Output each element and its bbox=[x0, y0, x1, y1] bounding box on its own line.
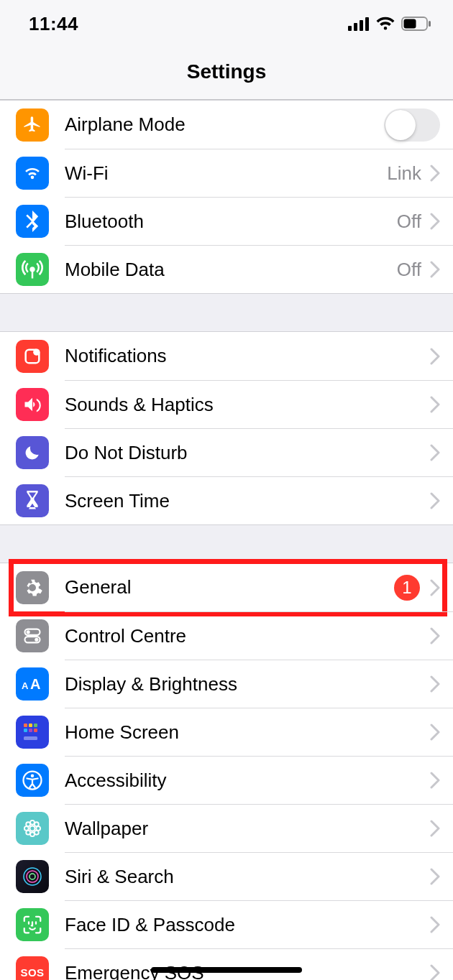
chevron-right-icon bbox=[430, 213, 440, 230]
chevron-right-icon bbox=[430, 627, 440, 644]
row-label: Home Screen bbox=[65, 721, 430, 744]
svg-text:A: A bbox=[30, 676, 40, 692]
row-label: Siri & Search bbox=[65, 866, 430, 888]
chevron-right-icon bbox=[430, 492, 440, 509]
page-title: Settings bbox=[0, 60, 453, 83]
svg-rect-0 bbox=[348, 26, 352, 31]
chevron-right-icon bbox=[430, 261, 440, 278]
row-control-centre[interactable]: Control Centre bbox=[0, 611, 453, 660]
svg-point-10 bbox=[27, 630, 30, 634]
svg-point-12 bbox=[35, 637, 38, 641]
row-home-screen[interactable]: Home Screen bbox=[0, 708, 453, 756]
row-accessibility[interactable]: Accessibility bbox=[0, 756, 453, 804]
battery-icon bbox=[401, 17, 431, 31]
svg-rect-15 bbox=[24, 724, 27, 727]
row-value: Link bbox=[387, 162, 421, 185]
row-label: Airplane Mode bbox=[65, 114, 384, 136]
wifi-icon bbox=[375, 17, 395, 31]
chevron-right-icon bbox=[430, 724, 440, 741]
moon-icon bbox=[16, 436, 49, 469]
row-label: Control Centre bbox=[65, 625, 430, 647]
hourglass-icon bbox=[16, 484, 49, 517]
notification-badge: 1 bbox=[394, 575, 420, 601]
svg-rect-20 bbox=[34, 729, 37, 732]
chevron-right-icon bbox=[430, 396, 440, 413]
row-label: Sounds & Haptics bbox=[65, 394, 430, 416]
row-face-id[interactable]: Face ID & Passcode bbox=[0, 900, 453, 948]
speaker-icon bbox=[16, 388, 49, 421]
svg-point-35 bbox=[29, 874, 35, 879]
row-wifi[interactable]: Wi-Fi Link bbox=[0, 149, 453, 197]
wifi-row-icon bbox=[16, 157, 49, 190]
accessibility-icon bbox=[16, 764, 49, 797]
bluetooth-icon bbox=[16, 205, 49, 238]
notifications-icon bbox=[16, 340, 49, 373]
chevron-right-icon bbox=[430, 444, 440, 461]
row-label: Display & Brightness bbox=[65, 673, 430, 695]
row-wallpaper[interactable]: Wallpaper bbox=[0, 804, 453, 852]
svg-rect-21 bbox=[24, 736, 37, 740]
row-bluetooth[interactable]: Bluetooth Off bbox=[0, 197, 453, 245]
airplane-toggle[interactable] bbox=[384, 108, 440, 142]
svg-rect-1 bbox=[354, 23, 357, 31]
chevron-right-icon bbox=[430, 675, 440, 693]
chevron-right-icon bbox=[430, 964, 440, 980]
row-value: Off bbox=[397, 211, 421, 233]
settings-group-device: General 1 Control Centre AA Display & Br… bbox=[0, 563, 453, 980]
svg-point-24 bbox=[30, 826, 35, 831]
section-gap bbox=[0, 525, 453, 563]
row-sounds[interactable]: Sounds & Haptics bbox=[0, 380, 453, 428]
row-label: Screen Time bbox=[65, 490, 430, 512]
row-label: Mobile Data bbox=[65, 259, 397, 281]
svg-rect-17 bbox=[34, 724, 37, 727]
cellular-icon bbox=[348, 17, 370, 31]
row-label: Accessibility bbox=[65, 769, 430, 792]
chevron-right-icon bbox=[430, 820, 440, 837]
row-screen-time[interactable]: Screen Time bbox=[0, 476, 453, 524]
svg-rect-2 bbox=[360, 20, 363, 31]
sos-icon: SOS bbox=[16, 956, 49, 981]
chevron-right-icon bbox=[430, 868, 440, 885]
row-label: Face ID & Passcode bbox=[65, 914, 430, 936]
svg-point-8 bbox=[33, 348, 40, 355]
row-general[interactable]: General 1 bbox=[0, 563, 453, 611]
chevron-right-icon bbox=[430, 579, 440, 596]
row-label: General bbox=[65, 576, 394, 598]
row-label: Bluetooth bbox=[65, 211, 397, 233]
chevron-right-icon bbox=[430, 165, 440, 182]
gear-icon bbox=[16, 571, 49, 604]
status-time: 11:44 bbox=[29, 13, 78, 35]
antenna-icon bbox=[16, 253, 49, 286]
row-airplane-mode[interactable]: Airplane Mode bbox=[0, 101, 453, 149]
row-emergency-sos[interactable]: SOS Emergency SOS bbox=[0, 948, 453, 980]
switches-icon bbox=[16, 619, 49, 652]
row-do-not-disturb[interactable]: Do Not Disturb bbox=[0, 428, 453, 476]
svg-point-32 bbox=[35, 830, 39, 834]
status-indicators bbox=[348, 17, 431, 31]
settings-group-alerts: Notifications Sounds & Haptics Do Not Di… bbox=[0, 331, 453, 525]
header: Settings bbox=[0, 47, 453, 100]
svg-point-34 bbox=[27, 871, 38, 882]
text-size-icon: AA bbox=[16, 667, 49, 701]
row-label: Do Not Disturb bbox=[65, 442, 430, 464]
row-mobile-data[interactable]: Mobile Data Off bbox=[0, 245, 453, 293]
svg-text:A: A bbox=[22, 680, 29, 691]
row-label: Wi-Fi bbox=[65, 162, 387, 185]
airplane-icon bbox=[16, 108, 49, 142]
svg-point-31 bbox=[26, 830, 30, 834]
chevron-right-icon bbox=[430, 772, 440, 789]
status-bar: 11:44 bbox=[0, 0, 453, 47]
home-grid-icon bbox=[16, 716, 49, 749]
settings-group-connectivity: Airplane Mode Wi-Fi Link Bluetooth Off M… bbox=[0, 100, 453, 294]
row-siri-search[interactable]: Siri & Search bbox=[0, 852, 453, 900]
row-display-brightness[interactable]: AA Display & Brightness bbox=[0, 660, 453, 708]
row-notifications[interactable]: Notifications bbox=[0, 332, 453, 380]
svg-rect-3 bbox=[365, 17, 369, 31]
svg-rect-16 bbox=[29, 724, 32, 727]
section-gap bbox=[0, 294, 453, 331]
svg-rect-19 bbox=[29, 729, 32, 732]
svg-rect-18 bbox=[24, 729, 27, 732]
row-label: Notifications bbox=[65, 345, 430, 367]
flower-icon bbox=[16, 812, 49, 845]
chevron-right-icon bbox=[430, 348, 440, 365]
